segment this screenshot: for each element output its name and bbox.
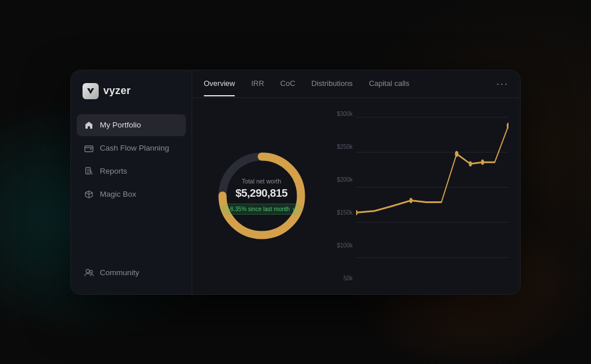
donut-center: Total net worth $5,290,815 +8.35% since …: [214, 148, 309, 243]
sidebar-item-portfolio-label: My Portfolio: [100, 121, 141, 129]
sidebar-item-community-label: Community: [100, 268, 139, 277]
content-area: Total net worth $5,290,815 +8.35% since …: [192, 98, 520, 294]
svg-point-3: [86, 269, 89, 273]
sidebar-item-reports[interactable]: Reports: [77, 160, 186, 182]
tab-distributions[interactable]: Distributions: [312, 79, 353, 89]
tab-bar: Overview IRR CoC Distributions Capital c…: [192, 70, 520, 98]
sidebar-item-reports-label: Reports: [100, 167, 127, 175]
donut-label: Total net worth: [242, 178, 281, 185]
y-label-150k: $150k: [331, 209, 353, 216]
sidebar-item-magicbox-label: Magic Box: [100, 190, 136, 198]
community-icon: [84, 268, 94, 278]
tab-coc[interactable]: CoC: [280, 79, 296, 89]
chevron-down-icon: ∨: [292, 206, 296, 212]
donut-badge[interactable]: +8.35% since last month ∨: [222, 204, 301, 215]
chart-dot-7: [469, 161, 472, 166]
box-icon: [84, 189, 94, 200]
svg-point-4: [89, 271, 92, 273]
chart-inner: [356, 108, 508, 284]
chart-dot-10: [507, 122, 508, 129]
logo-text: vyzer: [103, 85, 131, 97]
chart-dot-0: [356, 210, 358, 215]
donut-value: $5,290,815: [235, 187, 287, 200]
chart-line: [356, 125, 508, 212]
y-label-200k: $200k: [331, 177, 353, 183]
logo-icon: [83, 83, 99, 99]
donut-badge-text: +8.35% since last month: [227, 206, 290, 212]
sidebar-footer: Community: [71, 256, 192, 294]
main-content: Overview IRR CoC Distributions Capital c…: [192, 70, 520, 294]
svg-rect-1: [90, 148, 92, 149]
wallet-icon: [84, 143, 94, 153]
chart-svg: [356, 108, 508, 284]
sidebar-nav: My Portfolio Cash Flow Planning: [71, 111, 192, 256]
sidebar: vyzer My Portfolio: [71, 70, 192, 294]
chart-dot-8: [481, 159, 484, 164]
logo: vyzer: [71, 70, 192, 111]
tab-capitalcalls[interactable]: Capital calls: [369, 79, 409, 89]
chart-y-labels: $300k $250k $200k $150k $100k 50k: [331, 108, 353, 284]
sidebar-item-magicbox[interactable]: Magic Box: [77, 183, 186, 205]
sidebar-item-cashflow-label: Cash Flow Planning: [100, 144, 169, 152]
sidebar-item-community[interactable]: Community: [77, 262, 186, 284]
y-label-300k: $300k: [331, 111, 353, 117]
tab-overview[interactable]: Overview: [204, 79, 235, 89]
y-label-250k: $250k: [331, 144, 353, 150]
app-card: vyzer My Portfolio: [70, 70, 521, 295]
chart-grid: [356, 117, 508, 257]
chart-dot-3: [409, 198, 412, 203]
donut-section: Total net worth $5,290,815 +8.35% since …: [204, 108, 319, 284]
donut-chart: Total net worth $5,290,815 +8.35% since …: [214, 148, 309, 243]
reports-icon: [84, 166, 94, 177]
y-label-50k: 50k: [331, 275, 353, 282]
sidebar-item-portfolio[interactable]: My Portfolio: [77, 114, 186, 136]
chart-dot-6: [455, 151, 458, 157]
more-button[interactable]: ···: [496, 78, 508, 90]
chart-section: $300k $250k $200k $150k $100k 50k: [331, 108, 508, 284]
y-label-100k: $100k: [331, 242, 353, 249]
tab-irr[interactable]: IRR: [251, 79, 264, 89]
line-chart: $300k $250k $200k $150k $100k 50k: [331, 108, 508, 284]
home-icon: [84, 120, 94, 130]
sidebar-item-cashflow[interactable]: Cash Flow Planning: [77, 137, 186, 159]
